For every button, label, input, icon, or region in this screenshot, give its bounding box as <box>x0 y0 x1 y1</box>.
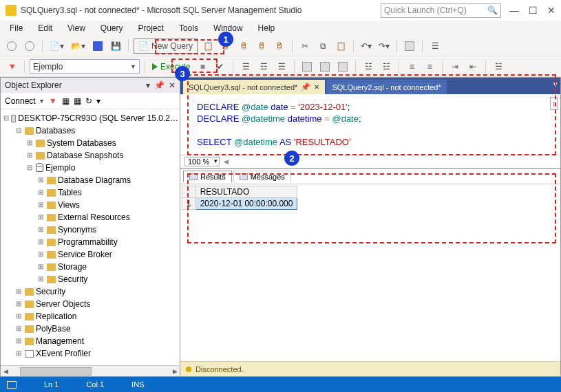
toolbar2-icon-3[interactable]: ☰ <box>274 59 289 74</box>
menu-query[interactable]: Query <box>94 22 130 34</box>
tree-db-item[interactable]: Security <box>36 273 178 285</box>
tree-top-item[interactable]: PolyBase <box>14 323 178 335</box>
results-column-header[interactable]: RESULTADO <box>195 186 297 198</box>
new-query-options-button[interactable]: 📋 <box>200 39 215 54</box>
tree-db-item[interactable]: Database Diagrams <box>36 174 178 186</box>
tree-top-item[interactable]: Security <box>14 285 178 298</box>
tree-top-item[interactable]: Management <box>14 335 178 347</box>
results-tab[interactable]: Results <box>183 171 232 182</box>
filter-icon[interactable]: 🔻 <box>4 59 19 74</box>
row-number[interactable]: 1 <box>182 198 196 210</box>
connect-refresh-icon[interactable]: ↻ <box>85 96 92 106</box>
toolbar2-icon-11[interactable]: ⇥ <box>447 59 463 74</box>
save-all-button[interactable]: 💾 <box>108 39 123 54</box>
new-query-button[interactable]: 📄 New Query <box>134 39 198 54</box>
tree-db-item[interactable]: Tables <box>36 186 178 199</box>
zoom-selector[interactable]: 100 % <box>184 157 220 166</box>
toolbar-icon-list[interactable]: ☰ <box>427 39 443 54</box>
toolbar2-icon-8[interactable]: ☳ <box>379 59 394 74</box>
close-panel-icon[interactable]: ✕ <box>169 80 176 90</box>
tree-db-item[interactable]: External Resources <box>36 211 178 224</box>
editor-tab-inactive[interactable]: SQLQuery2.sql - not connected* <box>326 80 446 94</box>
split-icon[interactable]: ↕ <box>550 97 558 110</box>
editor-tab-active[interactable]: SQLQuery3.sql - not connected* 📌 ✕ <box>183 80 325 94</box>
maximize-button[interactable]: ☐ <box>529 5 538 16</box>
toolbar2-icon-1[interactable]: ☰ <box>238 59 253 74</box>
menu-file[interactable]: File <box>3 22 30 34</box>
toolbar2-icon-9[interactable]: ≡ <box>404 59 419 74</box>
zoom-scroll-left-icon[interactable]: ◀ <box>224 158 229 165</box>
object-explorer: Object Explorer ▾ 📌 ✕ Connect ▾ 🔻 ▦ ▦ ↻ … <box>0 77 180 377</box>
toolbar2-icon-2[interactable]: ☲ <box>256 59 271 74</box>
pin-icon[interactable]: 📌 <box>301 83 310 91</box>
open-dropdown[interactable]: 📂▾ <box>69 39 87 54</box>
messages-tab[interactable]: Messages <box>233 171 291 182</box>
menu-edit[interactable]: Edit <box>31 22 59 34</box>
toolbar2-icon-13[interactable]: ☱ <box>491 59 506 74</box>
new-project-dropdown[interactable]: 📄▾ <box>47 39 66 54</box>
menu-project[interactable]: Project <box>131 22 171 34</box>
tree-db-item[interactable]: Programmability <box>36 236 178 248</box>
close-tab-icon[interactable]: ✕ <box>314 83 319 91</box>
menu-help[interactable]: Help <box>251 22 282 34</box>
tree-server[interactable]: DESKTOP-75CR93O (SQL Server 15.0.2… <box>3 112 178 124</box>
pin-icon[interactable]: 📌 <box>154 80 165 90</box>
messages-tab-label: Messages <box>251 173 285 181</box>
database-selector[interactable]: Ejemplo ▼ <box>30 59 140 74</box>
toolbar-icon-4[interactable]: 🛢 <box>272 39 287 54</box>
menu-view[interactable]: View <box>61 22 92 34</box>
tabs-overflow-icon[interactable]: ▾ <box>553 80 558 89</box>
code-editor[interactable]: DECLARE @date date = '2023-12-01'; DECLA… <box>180 94 560 155</box>
connect-btn-1[interactable]: 🔻 <box>47 96 58 106</box>
toolbar-icon-grid[interactable] <box>402 39 417 54</box>
object-tree[interactable]: DESKTOP-75CR93O (SQL Server 15.0.2… Data… <box>1 109 180 365</box>
cut-button[interactable]: ✂ <box>297 39 313 54</box>
connect-dropdown-icon[interactable]: ▾ <box>40 97 43 105</box>
tree-db-item[interactable]: Service Broker <box>36 248 178 261</box>
forward-button[interactable] <box>22 39 37 54</box>
menu-tools[interactable]: Tools <box>172 22 205 34</box>
folder-icon <box>25 301 34 308</box>
connect-filter-icon[interactable]: ▾ <box>96 96 100 106</box>
folder-icon <box>25 338 34 345</box>
tree-system-databases[interactable]: System Databases <box>25 137 178 149</box>
redo-dropdown[interactable]: ↷▾ <box>377 39 392 54</box>
tree-user-db[interactable]: Ejemplo <box>25 162 178 174</box>
results-grid[interactable]: RESULTADO 12020-12-01 00:00:00.000 <box>180 184 560 211</box>
toolbar2-icon-5[interactable] <box>317 59 332 74</box>
toolbar2-icon-7[interactable]: ☳ <box>361 59 376 74</box>
toolbar2-icon-10[interactable]: ≡ <box>422 59 437 74</box>
quick-launch-input[interactable]: Quick Launch (Ctrl+Q) 🔍 <box>381 3 501 18</box>
copy-button[interactable]: ⧉ <box>315 39 330 54</box>
connect-btn-3[interactable]: ▦ <box>74 96 81 106</box>
connect-btn-2[interactable]: ▦ <box>62 96 70 106</box>
tree-db-item[interactable]: Storage <box>36 261 178 273</box>
tree-db-item[interactable]: Views <box>36 199 178 211</box>
horizontal-scrollbar[interactable]: ◀▶ <box>1 365 180 376</box>
result-cell[interactable]: 2020-12-01 00:00:00.000 <box>195 198 297 210</box>
statusbar-icon <box>7 381 17 389</box>
toolbar2-icon-12[interactable]: ⇤ <box>465 59 480 74</box>
dropdown-icon[interactable]: ▾ <box>146 80 150 90</box>
stop-button[interactable]: ■ <box>195 59 210 74</box>
toolbar-icon-2[interactable]: 🛢 <box>236 39 251 54</box>
toolbar-icon-3[interactable]: 🛢 <box>254 39 269 54</box>
back-button[interactable] <box>4 39 19 54</box>
tree-xevent[interactable]: XEvent Profiler <box>14 347 178 360</box>
folder-icon <box>47 214 56 221</box>
undo-dropdown[interactable]: ↶▾ <box>359 39 374 54</box>
paste-button[interactable]: 📋 <box>333 39 348 54</box>
save-button[interactable] <box>90 39 105 54</box>
toolbar2-icon-6[interactable] <box>335 59 350 74</box>
parse-button[interactable]: ✔ <box>213 59 228 74</box>
toolbar2-icon-4[interactable] <box>299 59 315 74</box>
status-col: Col 1 <box>86 380 104 389</box>
tree-databases[interactable]: Databases <box>14 124 178 137</box>
connect-label[interactable]: Connect <box>5 96 36 106</box>
tree-top-item[interactable]: Server Objects <box>14 298 178 310</box>
minimize-button[interactable]: — <box>509 5 519 16</box>
close-button[interactable]: ✕ <box>547 5 555 16</box>
tree-db-item[interactable]: Synonyms <box>36 224 178 236</box>
tree-top-item[interactable]: Replication <box>14 310 178 323</box>
tree-snapshots[interactable]: Database Snapshots <box>25 149 178 162</box>
